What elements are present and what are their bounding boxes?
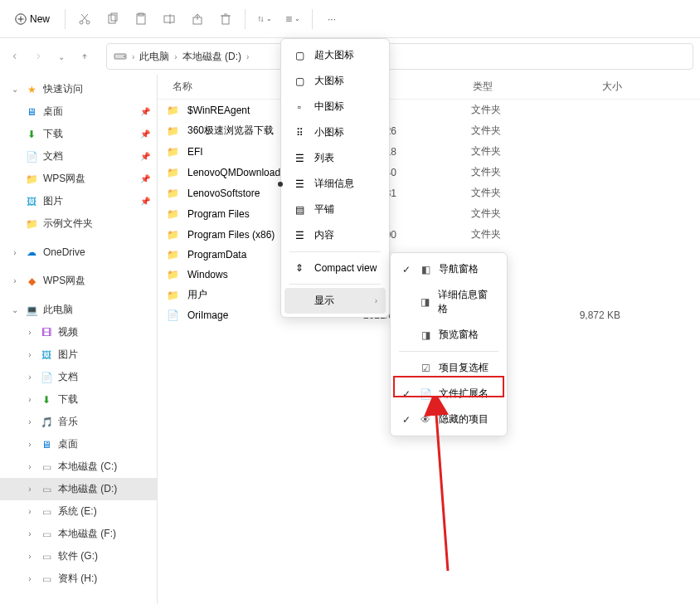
sidebar-downloads[interactable]: ⬇下载📌	[0, 123, 157, 145]
delete-button[interactable]	[213, 7, 238, 32]
file-row[interactable]: 📁EFI6 17:18文件夹	[158, 141, 700, 162]
sidebar-sample[interactable]: 📁示例文件夹	[0, 212, 157, 235]
sidebar-pictures2[interactable]: ›🖼图片	[0, 343, 157, 366]
file-icon: 📄	[419, 387, 432, 401]
new-button[interactable]: New	[7, 8, 58, 30]
file-row[interactable]: 📁360极速浏览器下载3 17:26文件夹	[158, 120, 700, 141]
view-button[interactable]: ⌄	[280, 7, 305, 32]
label: 隐藏的项目	[439, 412, 489, 426]
menu-tiles[interactable]: ▤平铺	[284, 197, 386, 222]
history-button[interactable]: ⌄	[53, 48, 70, 65]
sidebar-drive-d[interactable]: ›▭本地磁盘 (D:)	[0, 478, 157, 500]
sidebar-thispc[interactable]: ⌄💻此电脑	[0, 299, 157, 321]
sidebar-desktop2[interactable]: ›🖥桌面	[0, 433, 157, 455]
sidebar-wps2[interactable]: ›◆WPS网盘	[0, 270, 157, 292]
crumb-pc[interactable]: 此电脑	[139, 50, 169, 64]
label: 文档	[43, 149, 63, 163]
picture-icon: 🖼	[25, 195, 38, 208]
submenu-nav-pane[interactable]: ✓◧导航窗格	[394, 256, 503, 282]
sidebar-downloads2[interactable]: ›⬇下载	[0, 388, 157, 411]
video-icon: 🎞	[40, 326, 53, 339]
chevron-right-icon: ›	[25, 529, 35, 538]
label: WPS网盘	[43, 274, 85, 288]
rename-icon	[163, 12, 176, 26]
label: 文件扩展名	[439, 387, 489, 401]
back-button[interactable]	[7, 48, 23, 65]
sidebar-drive-g[interactable]: ›▭软件 (G:)	[0, 545, 157, 567]
file-row[interactable]: 📁Program Files (x86)6 15:00文件夹	[158, 224, 700, 245]
sidebar-music[interactable]: ›🎵音乐	[0, 411, 157, 433]
chevron-right-icon: ›	[25, 440, 35, 449]
submenu-hidden-items[interactable]: ✓👁隐藏的项目	[394, 407, 503, 432]
crumb-chevron-icon: ›	[246, 52, 249, 61]
grid-icon: ▫	[293, 100, 306, 114]
submenu-details-pane[interactable]: ◨详细信息窗格	[394, 282, 503, 322]
wps-icon: ◆	[25, 275, 38, 288]
forward-button[interactable]	[30, 48, 46, 65]
sort-button[interactable]: ⌄	[252, 7, 277, 32]
sidebar-documents[interactable]: 📄文档📌	[0, 145, 157, 168]
menu-show[interactable]: 显示›	[284, 288, 386, 314]
col-type[interactable]: 类型	[473, 80, 556, 94]
svg-point-4	[86, 21, 90, 24]
drive-icon: ▭	[40, 483, 53, 496]
rename-button[interactable]	[157, 7, 182, 32]
sidebar-quick-access[interactable]: ⌄★快速访问	[0, 78, 157, 100]
submenu-extensions[interactable]: ✓📄文件扩展名	[394, 381, 503, 407]
sidebar-drive-c[interactable]: ›▭本地磁盘 (C:)	[0, 455, 157, 478]
more-button[interactable]: ···	[319, 7, 344, 32]
share-button[interactable]	[185, 7, 210, 32]
label: 快速访问	[43, 82, 83, 96]
label: 视频	[58, 325, 78, 339]
sidebar-desktop[interactable]: 🖥桌面📌	[0, 100, 157, 123]
sidebar-drive-h[interactable]: ›▭资料 (H:)	[0, 567, 157, 590]
file-row[interactable]: 📁LenovoSoftstore6 23:31文件夹	[158, 183, 700, 203]
more-icon: ···	[328, 13, 336, 25]
file-type: 文件夹	[471, 207, 554, 221]
submenu-checkboxes[interactable]: ☑项目复选框	[394, 355, 503, 381]
drive-icon: ▭	[40, 550, 53, 563]
menu-content[interactable]: ☰内容	[284, 222, 386, 248]
label: 项目复选框	[439, 361, 489, 375]
separator	[65, 9, 66, 29]
sidebar-drive-f[interactable]: ›▭本地磁盘 (F:)	[0, 523, 157, 545]
folder-icon: 📁	[166, 207, 179, 221]
cut-button[interactable]	[72, 7, 97, 32]
file-type: 文件夹	[471, 186, 554, 200]
paste-icon	[134, 12, 148, 26]
label: 大图标	[314, 74, 344, 88]
picture-icon: 🖼	[40, 348, 53, 362]
sidebar-video[interactable]: ›🎞视频	[0, 321, 157, 343]
menu-list[interactable]: ☰列表	[284, 145, 386, 171]
file-row[interactable]: 📁$WinREAgent2:15文件夹	[158, 100, 700, 120]
menu-xlarge-icons[interactable]: ▢超大图标	[284, 42, 386, 68]
menu-large-icons[interactable]: ▢大图标	[284, 68, 386, 94]
menu-compact[interactable]: ⇕Compact view	[284, 256, 386, 280]
toolbar: New ⌄ ⌄ ···	[0, 0, 700, 38]
sidebar-documents2[interactable]: ›📄文档	[0, 366, 157, 388]
file-row[interactable]: 📁Program Files2:41文件夹	[158, 203, 700, 224]
grid-icon: ⠿	[293, 126, 306, 139]
sidebar-wps[interactable]: 📁WPS网盘📌	[0, 168, 157, 190]
sidebar-drive-e[interactable]: ›▭系统 (E:)	[0, 500, 157, 523]
crumb-chevron-icon: ›	[174, 52, 177, 61]
drive-icon	[114, 50, 127, 63]
submenu-preview-pane[interactable]: ◨预览窗格	[394, 322, 503, 348]
chevron-right-icon: ›	[25, 373, 35, 382]
sidebar-onedrive[interactable]: ›☁OneDrive	[0, 241, 157, 263]
view-icon	[285, 12, 293, 26]
col-size[interactable]: 大小	[556, 80, 639, 94]
separator	[245, 9, 245, 29]
menu-details[interactable]: ☰详细信息	[284, 171, 386, 197]
copy-button[interactable]	[100, 7, 125, 32]
breadcrumb[interactable]: › 此电脑 › 本地磁盘 (D:) ›	[106, 43, 693, 70]
paste-button[interactable]	[129, 7, 153, 32]
up-button[interactable]	[76, 48, 93, 65]
crumb-drive[interactable]: 本地磁盘 (D:)	[182, 50, 241, 64]
file-type: 文件夹	[471, 103, 554, 117]
label: 本地磁盘 (D:)	[58, 482, 117, 496]
menu-small-icons[interactable]: ⠿小图标	[284, 119, 386, 145]
menu-medium-icons[interactable]: ▫中图标	[284, 94, 386, 119]
sidebar-pictures[interactable]: 🖼图片📌	[0, 190, 157, 212]
file-row[interactable]: 📁LenovoQMDownload6 19:40文件夹	[158, 162, 700, 183]
